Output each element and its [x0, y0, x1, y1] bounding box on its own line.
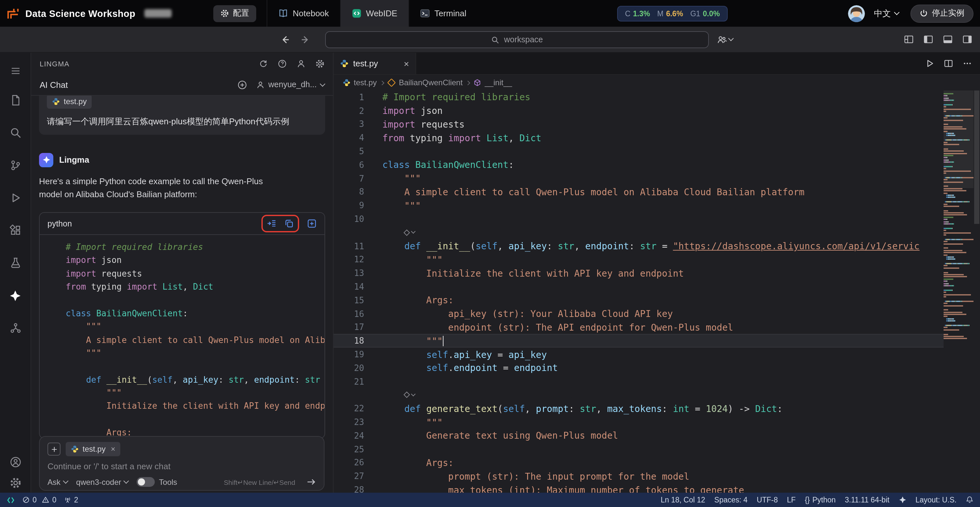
chevron-down-icon[interactable] — [411, 230, 415, 234]
new-chat-icon[interactable] — [237, 80, 247, 89]
language-mode[interactable]: {} Python — [805, 496, 836, 504]
code-line[interactable] — [48, 360, 325, 373]
mode-selector[interactable]: Ask — [48, 477, 68, 486]
tab-close-icon[interactable]: × — [404, 58, 409, 69]
code-line[interactable]: def __init__(self, api_key: str, endpoin… — [48, 373, 325, 386]
code-line[interactable]: 5 — [334, 145, 943, 158]
config-button[interactable]: 配置 — [213, 5, 256, 22]
code-line[interactable]: 24 Generate text using Qwen-Plus model — [334, 429, 943, 443]
forward-button[interactable] — [301, 34, 311, 45]
python-interpreter[interactable]: 3.11.11 64-bit — [845, 496, 889, 504]
input-context-chip[interactable]: test.py × — [66, 442, 121, 456]
code-line[interactable]: 4from typing import List, Dict — [334, 131, 943, 145]
nodes-icon[interactable] — [0, 317, 31, 339]
tools-toggle[interactable]: Tools — [137, 477, 177, 487]
chip-close-icon[interactable]: × — [111, 445, 115, 454]
code-line[interactable]: 10 — [334, 212, 943, 226]
menu-icon[interactable] — [0, 62, 31, 80]
copy-code-button[interactable] — [284, 219, 294, 228]
breadcrumb-symbol[interactable]: __init__ — [474, 78, 512, 87]
code-line[interactable]: 13 Initialize the client with API key an… — [334, 266, 943, 280]
language-selector[interactable]: 中文 — [874, 8, 899, 19]
chat-history[interactable]: test.py 请编写一个调用阿里云百炼qwen-plus模型的简单Python… — [31, 96, 333, 493]
code-line[interactable]: 6class BailianQwenClient: — [334, 158, 943, 172]
split-editor-icon[interactable] — [943, 59, 953, 69]
code-line[interactable]: 20 self.endpoint = endpoint — [334, 361, 943, 375]
code-line[interactable]: from typing import List, Dict — [48, 280, 325, 293]
code-line[interactable]: 3import requests — [334, 118, 943, 131]
model-selector[interactable]: qwen3-coder — [76, 477, 129, 486]
account-dropdown[interactable]: wenyue_dh... — [256, 80, 325, 89]
context-file-chip[interactable]: test.py — [47, 96, 92, 109]
insert-code-button[interactable] — [267, 219, 276, 228]
keyboard-layout[interactable]: Layout: U.S. — [915, 496, 956, 504]
toggle-primary-sidebar-icon[interactable] — [923, 35, 933, 44]
search-sidebar-icon[interactable] — [0, 122, 31, 144]
breadcrumb-file[interactable]: test.py — [343, 78, 377, 87]
codelens-row[interactable] — [334, 388, 943, 402]
encoding[interactable]: UTF-8 — [757, 496, 778, 504]
code-line[interactable]: 8 A simple client to call Qwen-Plus mode… — [334, 185, 943, 199]
minimap[interactable] — [943, 91, 974, 493]
search-input[interactable]: workspace — [325, 31, 709, 48]
lingma-sidebar-icon[interactable] — [0, 284, 31, 306]
feedback-icon[interactable] — [296, 59, 305, 68]
lingma-status-icon[interactable] — [898, 496, 906, 504]
code-line[interactable]: # Import required libraries — [48, 240, 325, 254]
source-control-icon[interactable] — [0, 154, 31, 176]
code-line[interactable]: 1# Import required libraries — [334, 91, 943, 104]
remote-indicator[interactable] — [6, 496, 15, 504]
toggle-secondary-sidebar-icon[interactable] — [963, 35, 972, 44]
chat-input[interactable]: test.py × Continue or '/' to start a new… — [39, 436, 325, 491]
code-line[interactable]: 22 def generate_text(self, prompt: str, … — [334, 402, 943, 416]
problems-indicator[interactable]: 0 0 — [22, 496, 57, 504]
extensions-icon[interactable] — [0, 219, 31, 241]
history-icon[interactable] — [259, 59, 268, 68]
lingma-codelens-icon[interactable] — [404, 392, 410, 398]
more-actions-icon[interactable] — [963, 59, 972, 69]
code-line[interactable]: import requests — [48, 267, 325, 280]
code-line[interactable]: 14 — [334, 280, 943, 293]
code-line[interactable]: Initialize the client with API key and e… — [48, 400, 325, 413]
breadcrumb-class[interactable]: BailianQwenClient — [388, 78, 463, 87]
code-line[interactable]: 26 Args: — [334, 456, 943, 470]
codelens-row[interactable] — [334, 226, 943, 239]
code-line[interactable]: """ — [48, 386, 325, 400]
code-line[interactable]: 18 """ — [334, 334, 943, 348]
lingma-codelens-icon[interactable] — [404, 230, 410, 236]
notifications-bell-icon[interactable] — [966, 496, 974, 504]
insert-new-file-button[interactable] — [307, 219, 317, 228]
code-line[interactable]: class BailianQwenClient: — [48, 306, 325, 320]
tab-ai-chat[interactable]: AI Chat — [40, 80, 68, 89]
profiles-button[interactable] — [717, 27, 733, 52]
test-beaker-icon[interactable] — [0, 252, 31, 274]
code-line[interactable]: 11 def __init__(self, api_key: str, endp… — [334, 239, 943, 253]
chevron-down-icon[interactable] — [411, 392, 415, 396]
code-line[interactable]: 23 """ — [334, 415, 943, 429]
toggle-panel-icon[interactable] — [943, 35, 953, 44]
settings-gear-icon[interactable] — [0, 473, 31, 493]
chat-input-placeholder[interactable]: Continue or '/' to start a new chat — [48, 461, 316, 471]
customize-layout-icon[interactable] — [904, 35, 914, 44]
account-icon[interactable] — [0, 451, 31, 473]
nav-notebook[interactable]: Notebook — [267, 0, 340, 27]
code-editor[interactable]: 1# Import required libraries2import json… — [334, 91, 943, 493]
back-button[interactable] — [280, 34, 290, 45]
ports-indicator[interactable]: 2 — [64, 496, 78, 504]
stop-instance-button[interactable]: 停止实例 — [910, 4, 974, 22]
code-line[interactable]: import json — [48, 254, 325, 267]
help-icon[interactable] — [278, 59, 287, 68]
user-avatar[interactable] — [848, 5, 865, 22]
scrollbar-thumb[interactable] — [974, 91, 979, 224]
panel-settings-icon[interactable] — [315, 59, 325, 68]
cursor-position[interactable]: Ln 18, Col 12 — [661, 496, 705, 504]
explorer-icon[interactable] — [0, 89, 31, 111]
code-line[interactable]: 15 Args: — [334, 293, 943, 307]
code-line[interactable]: 27 prompt (str): The input prompt for th… — [334, 470, 943, 483]
code-line[interactable]: 9 """ — [334, 199, 943, 212]
eol-sequence[interactable]: LF — [787, 496, 795, 504]
nav-webide[interactable]: WebIDE — [340, 0, 408, 27]
code-line[interactable]: 17 endpoint (str): The API endpoint for … — [334, 320, 943, 334]
code-line[interactable]: """ — [48, 320, 325, 333]
add-context-button[interactable] — [48, 443, 60, 456]
